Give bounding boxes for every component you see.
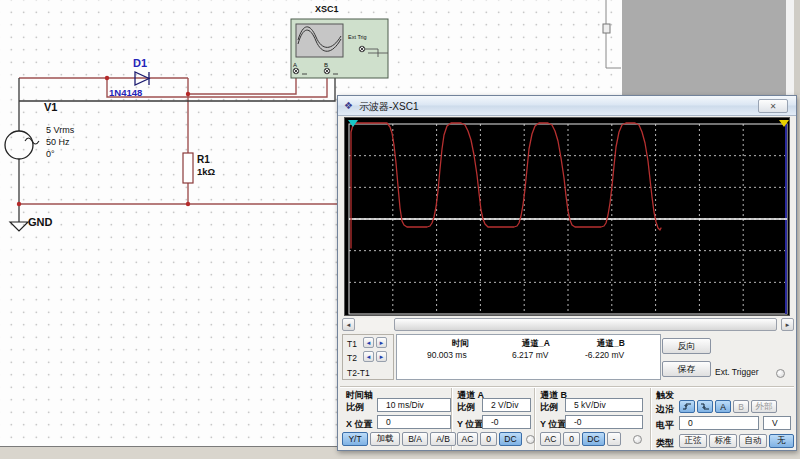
- timebase-xpos-label: X 位置: [346, 418, 373, 431]
- timebase-scale-input[interactable]: 10 ms/Div: [377, 398, 451, 412]
- trigger-level-input[interactable]: 0: [679, 416, 759, 430]
- channel-b-minus-button[interactable]: -: [607, 432, 621, 446]
- cursor-t2-marker[interactable]: [779, 120, 789, 127]
- channel-a-scale-input[interactable]: 2 V/Div: [482, 398, 531, 412]
- offsheet-connector: [603, 0, 621, 68]
- source-phase-label: 0°: [46, 150, 55, 159]
- terminal-a-label: A: [293, 62, 297, 68]
- trigger-type-label: 类型: [656, 437, 674, 450]
- scroll-right-button[interactable]: ►: [781, 318, 794, 331]
- channel-b-radio[interactable]: [633, 435, 642, 444]
- source-freq-label: 50 Hz: [46, 138, 70, 147]
- t1-right-button[interactable]: ►: [376, 337, 387, 348]
- scope-screen: [344, 117, 790, 316]
- timebase-add-button[interactable]: 加载: [370, 432, 400, 446]
- trigger-type-normal-button[interactable]: 标准: [709, 434, 737, 448]
- readout-channel-b-value: -6.220 mV: [585, 350, 624, 360]
- channel-a-scale-label: 比例: [457, 401, 475, 414]
- readout-channel-a-header: 通道_A: [522, 338, 550, 350]
- source-value-label: 5 Vrms: [46, 126, 74, 135]
- close-button[interactable]: ✕: [758, 99, 788, 113]
- t1-left-button[interactable]: ◄: [363, 337, 374, 348]
- readout-time-value: 90.003 ms: [427, 350, 467, 360]
- divider: [340, 386, 794, 388]
- scope-component-ref: XSC1: [315, 5, 339, 14]
- resistor-symbol[interactable]: [183, 153, 193, 183]
- channel-b-ypos-label: Y 位置: [540, 418, 566, 431]
- junction-dots: [17, 76, 190, 206]
- channel-a-radio[interactable]: [526, 435, 535, 444]
- wire-scope-a: [188, 74, 296, 94]
- scroll-left-button[interactable]: ◄: [342, 318, 355, 331]
- terminal-b-label: B: [324, 62, 328, 68]
- t2t1-label: T2-T1: [347, 368, 370, 378]
- cursor-t1-marker[interactable]: [348, 120, 358, 127]
- trigger-type-single-button[interactable]: 正弦: [679, 434, 707, 448]
- scroll-thumb[interactable]: [394, 318, 777, 331]
- oscilloscope-window: ❖ 示波器-XSC1 ✕ ◄ ► T1 ◄ ► T2 ◄ ► T2-T1 时间 …: [337, 95, 797, 451]
- window-titlebar[interactable]: ❖ 示波器-XSC1 ✕: [338, 96, 796, 116]
- channel-a-ac-button[interactable]: AC: [457, 432, 478, 446]
- window-title: 示波器-XSC1: [359, 100, 418, 114]
- scope-component[interactable]: [291, 19, 388, 78]
- trigger-source-a-button[interactable]: A: [715, 400, 731, 413]
- ground-symbol[interactable]: [10, 222, 28, 231]
- channel-a-ypos-label: Y 位置: [457, 418, 483, 431]
- t2-right-button[interactable]: ►: [376, 351, 387, 362]
- wire-net-black[interactable]: [19, 74, 335, 222]
- trigger-title: 触发: [656, 389, 674, 402]
- trigger-type-auto-button[interactable]: 自动: [739, 434, 767, 448]
- rising-edge-icon: [682, 402, 692, 411]
- readout-channel-b-header: 通道_B: [597, 338, 625, 350]
- ext-trigger-label: Ext. Trigger: [715, 367, 758, 377]
- source-ref-label: V1: [44, 102, 57, 113]
- trigger-edge-falling-button[interactable]: [697, 400, 713, 413]
- timebase-scale-label: 比例: [346, 401, 364, 414]
- trigger-type-none-button[interactable]: 无: [769, 434, 794, 448]
- app-icon: ❖: [344, 100, 356, 112]
- gnd-label: GND: [28, 217, 52, 228]
- resistor-ref-label: R1: [197, 155, 210, 165]
- channel-b-scale-input[interactable]: 5 kV/Div: [565, 398, 643, 412]
- readout-channel-a-value: 6.217 mV: [512, 350, 548, 360]
- timebase-yt-button[interactable]: Y/T: [342, 432, 368, 446]
- resistor-value-label: 1kΩ: [197, 167, 215, 177]
- channel-a-zero-button[interactable]: 0: [480, 432, 497, 446]
- trigger-edge-rising-button[interactable]: [679, 400, 695, 413]
- cursor-control-box: T1 ◄ ► T2 ◄ ► T2-T1: [342, 334, 394, 380]
- trigger-source-b-button[interactable]: B: [733, 400, 749, 413]
- t1-label: T1: [347, 339, 357, 349]
- timebase-ba-button[interactable]: B/A: [402, 432, 428, 446]
- trigger-level-unit: V: [763, 416, 791, 430]
- scope-graticule: [345, 118, 789, 315]
- channel-a-ypos-input[interactable]: -0: [482, 415, 531, 429]
- reverse-button[interactable]: 反向: [662, 338, 711, 354]
- trigger-level-label: 电平: [656, 419, 674, 432]
- channel-b-dc-button[interactable]: DC: [582, 432, 605, 446]
- channel-b-scale-label: 比例: [540, 401, 558, 414]
- channel-b-ypos-input[interactable]: -0: [565, 415, 643, 429]
- trigger-source-ext-button[interactable]: 外部: [751, 400, 777, 413]
- channel-b-zero-button[interactable]: 0: [563, 432, 580, 446]
- ext-trigger-radio[interactable]: [776, 369, 785, 378]
- falling-edge-icon: [700, 402, 710, 411]
- diode-ref-label: D1: [133, 58, 147, 69]
- readout-time-header: 时间: [452, 338, 469, 350]
- ac-source-symbol[interactable]: [5, 131, 39, 159]
- measurement-readout: 时间 通道_A 通道_B 90.003 ms 6.217 mV -6.220 m…: [396, 334, 661, 380]
- t2-label: T2: [347, 353, 357, 363]
- channel-b-ac-button[interactable]: AC: [540, 432, 561, 446]
- divider: [650, 388, 652, 450]
- diode-part-label: 1N4148: [109, 88, 142, 98]
- timebase-ab-button[interactable]: A/B: [430, 432, 456, 446]
- channel-a-dc-button[interactable]: DC: [499, 432, 522, 446]
- timebase-xpos-input[interactable]: 0: [377, 415, 451, 429]
- save-button[interactable]: 保存: [662, 361, 711, 377]
- trigger-edge-label: 边沿: [656, 403, 674, 416]
- ext-trig-label: Ext Trig: [348, 35, 367, 41]
- t2-left-button[interactable]: ◄: [363, 351, 374, 362]
